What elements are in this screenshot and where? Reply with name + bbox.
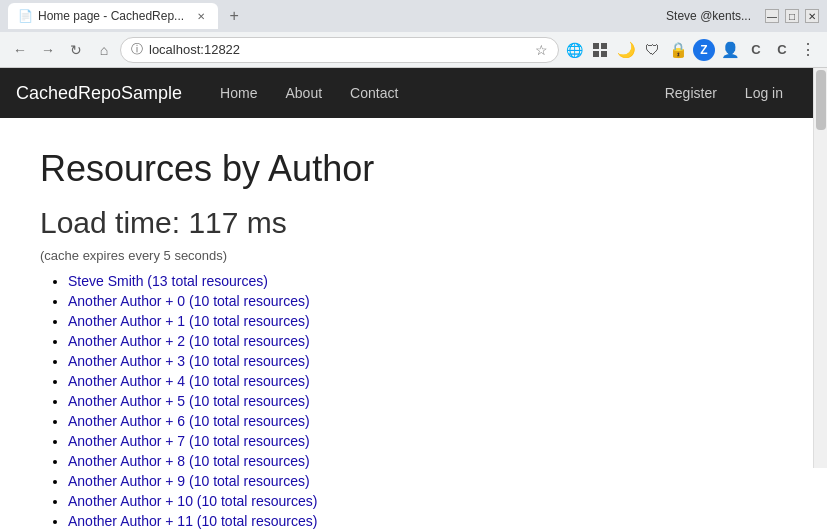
main-content: Resources by Author Load time: 117 ms (c…: [0, 118, 813, 532]
content-area: CachedRepoSample Home About Contact Regi…: [0, 68, 813, 532]
svg-rect-2: [593, 51, 599, 57]
extension-icon-moon[interactable]: 🌙: [615, 39, 637, 61]
tab-favicon-icon: 📄: [18, 9, 32, 23]
author-list: Steve Smith (13 total resources)Another …: [40, 273, 773, 529]
resource-count: (10 total resources): [185, 433, 310, 449]
list-item: Another Author + 8 (10 total resources): [68, 453, 773, 469]
svg-rect-1: [601, 43, 607, 49]
resource-count: (10 total resources): [185, 313, 310, 329]
browser-titlebar: 📄 Home page - CachedRep... ✕ + Steve @ke…: [0, 0, 827, 32]
tab-title: Home page - CachedRep...: [38, 9, 184, 23]
nav-link-contact[interactable]: Contact: [336, 77, 412, 109]
list-item: Another Author + 11 (10 total resources): [68, 513, 773, 529]
author-link[interactable]: Another Author + 3: [68, 353, 185, 369]
author-link[interactable]: Another Author + 6: [68, 413, 185, 429]
scrollbar[interactable]: [813, 68, 827, 468]
resource-count: (10 total resources): [185, 353, 310, 369]
resource-count: (10 total resources): [193, 493, 318, 509]
resource-count: (10 total resources): [185, 293, 310, 309]
navbar-brand: CachedRepoSample: [16, 83, 182, 104]
lock-icon: ⓘ: [131, 41, 143, 58]
scroll-area: CachedRepoSample Home About Contact Regi…: [0, 68, 827, 532]
scroll-thumb[interactable]: [816, 70, 826, 130]
browser-tab[interactable]: 📄 Home page - CachedRep... ✕: [8, 3, 218, 29]
maximize-button[interactable]: □: [785, 9, 799, 23]
list-item: Another Author + 3 (10 total resources): [68, 353, 773, 369]
resource-count: (13 total resources): [143, 273, 268, 289]
toolbar-icons: 🌐 🌙 🛡 🔒 Z 👤 C C ⋮: [563, 39, 819, 61]
list-item: Another Author + 4 (10 total resources): [68, 373, 773, 389]
nav-link-about[interactable]: About: [271, 77, 336, 109]
new-tab-button[interactable]: +: [222, 4, 246, 28]
load-time: Load time: 117 ms: [40, 206, 773, 240]
extension-icon-shield[interactable]: 🛡: [641, 39, 663, 61]
author-link[interactable]: Another Author + 5: [68, 393, 185, 409]
list-item: Another Author + 10 (10 total resources): [68, 493, 773, 509]
extension-icon-2[interactable]: [589, 39, 611, 61]
list-item: Steve Smith (13 total resources): [68, 273, 773, 289]
resource-count: (10 total resources): [185, 453, 310, 469]
list-item: Another Author + 5 (10 total resources): [68, 393, 773, 409]
page-heading: Resources by Author: [40, 148, 773, 190]
resource-count: (10 total resources): [185, 393, 310, 409]
close-button[interactable]: ✕: [805, 9, 819, 23]
author-link[interactable]: Another Author + 9: [68, 473, 185, 489]
bookmark-icon[interactable]: ☆: [535, 42, 548, 58]
author-link[interactable]: Steve Smith: [68, 273, 143, 289]
author-link[interactable]: Another Author + 10: [68, 493, 193, 509]
author-link[interactable]: Another Author + 4: [68, 373, 185, 389]
extension-icon-1[interactable]: 🌐: [563, 39, 585, 61]
nav-link-register[interactable]: Register: [651, 77, 731, 109]
resource-count: (10 total resources): [185, 413, 310, 429]
resource-count: (10 total resources): [193, 513, 318, 529]
navbar-links: Home About Contact: [206, 77, 412, 109]
list-item: Another Author + 1 (10 total resources): [68, 313, 773, 329]
menu-button[interactable]: ⋮: [797, 39, 819, 61]
tab-close-button[interactable]: ✕: [194, 9, 208, 23]
forward-button[interactable]: →: [36, 38, 60, 62]
address-text: localhost:12822: [149, 42, 529, 57]
extension-icon-account[interactable]: 👤: [719, 39, 741, 61]
refresh-button[interactable]: ↻: [64, 38, 88, 62]
titlebar-left: 📄 Home page - CachedRep... ✕ +: [8, 3, 660, 29]
list-item: Another Author + 9 (10 total resources): [68, 473, 773, 489]
author-link[interactable]: Another Author + 2: [68, 333, 185, 349]
author-link[interactable]: Another Author + 1: [68, 313, 185, 329]
svg-rect-0: [593, 43, 599, 49]
list-item: Another Author + 2 (10 total resources): [68, 333, 773, 349]
site-navbar: CachedRepoSample Home About Contact Regi…: [0, 68, 813, 118]
author-link[interactable]: Another Author + 8: [68, 453, 185, 469]
extension-icon-z[interactable]: Z: [693, 39, 715, 61]
extension-icon-c1[interactable]: C: [745, 39, 767, 61]
nav-link-home[interactable]: Home: [206, 77, 271, 109]
extension-icon-c2[interactable]: C: [771, 39, 793, 61]
list-item: Another Author + 7 (10 total resources): [68, 433, 773, 449]
back-button[interactable]: ←: [8, 38, 32, 62]
window-controls: — □ ✕: [765, 9, 819, 23]
minimize-button[interactable]: —: [765, 9, 779, 23]
author-link[interactable]: Another Author + 0: [68, 293, 185, 309]
resource-count: (10 total resources): [185, 333, 310, 349]
address-bar[interactable]: ⓘ localhost:12822 ☆: [120, 37, 559, 63]
browser-window: 📄 Home page - CachedRep... ✕ + Steve @ke…: [0, 0, 827, 532]
svg-rect-3: [601, 51, 607, 57]
resource-count: (10 total resources): [185, 473, 310, 489]
extension-icon-vpn[interactable]: 🔒: [667, 39, 689, 61]
nav-link-login[interactable]: Log in: [731, 77, 797, 109]
navbar-right: Register Log in: [651, 77, 797, 109]
user-label: Steve @kents...: [666, 9, 751, 23]
list-item: Another Author + 0 (10 total resources): [68, 293, 773, 309]
author-link[interactable]: Another Author + 7: [68, 433, 185, 449]
home-button[interactable]: ⌂: [92, 38, 116, 62]
resource-count: (10 total resources): [185, 373, 310, 389]
cache-note: (cache expires every 5 seconds): [40, 248, 773, 263]
browser-toolbar: ← → ↻ ⌂ ⓘ localhost:12822 ☆ 🌐 🌙 🛡 🔒 Z 👤 …: [0, 32, 827, 68]
list-item: Another Author + 6 (10 total resources): [68, 413, 773, 429]
author-link[interactable]: Another Author + 11: [68, 513, 193, 529]
